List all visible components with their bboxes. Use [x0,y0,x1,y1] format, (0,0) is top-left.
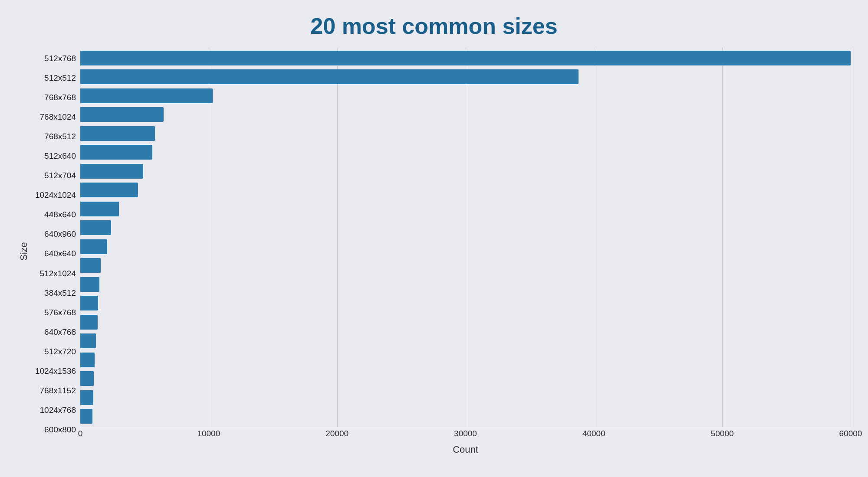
y-label: 768x1152 [33,382,80,400]
bar [80,145,152,160]
y-label: 768x768 [33,88,80,107]
bar [80,51,851,65]
bar-row [80,199,851,218]
y-label: 512x512 [33,69,80,87]
bar [80,371,94,386]
bar-row [80,49,851,67]
y-label: 512x720 [33,342,80,361]
bar-row [80,350,851,369]
bar [80,333,96,348]
bars-container [80,48,851,427]
bar-row [80,124,851,143]
x-tick-label: 60000 [839,429,862,438]
y-label: 768x1024 [33,108,80,126]
y-label: 576x768 [33,303,80,322]
bar-row [80,68,851,86]
bar-row [80,143,851,162]
grid-line [851,48,851,427]
bar-row [80,313,851,331]
bar-row [80,162,851,180]
y-label: 384x512 [33,284,80,302]
y-label: 640x960 [33,225,80,244]
bar-row [80,181,851,199]
plot-area: 0100002000030000400005000060000 Count [80,48,851,455]
bar [80,315,98,330]
bar-row [80,369,851,388]
y-label: 768x512 [33,127,80,146]
bar-row [80,256,851,275]
x-tick-label: 40000 [582,429,605,438]
bar [80,409,92,424]
bar [80,220,111,235]
bar [80,277,99,292]
y-label: 1024x1024 [33,186,80,205]
bar [80,88,213,103]
y-label: 512x704 [33,167,80,185]
bar [80,390,93,405]
x-tick-label: 0 [78,429,83,438]
bar-row [80,86,851,105]
bar [80,126,155,141]
bar [80,239,107,254]
bar-row [80,237,851,256]
bar-row [80,407,851,426]
bar-row [80,388,851,407]
x-tick-label: 30000 [454,429,477,438]
bar [80,183,138,197]
chart-title: 20 most common sizes [310,13,557,39]
x-tick-label: 10000 [197,429,220,438]
bar-row [80,219,851,237]
y-label: 600x800 [33,421,80,439]
y-label: 512x640 [33,147,80,166]
bar [80,164,143,179]
bar [80,353,95,367]
x-axis: 0100002000030000400005000060000 [80,427,851,442]
bar-row [80,105,851,124]
y-labels: 512x768512x512768x768768x1024768x512512x… [33,48,80,455]
y-label: 512x1024 [33,264,80,283]
chart-area: Size 512x768512x512768x768768x1024768x51… [17,48,851,455]
y-label: 512x768 [33,49,80,68]
bars-inner [80,48,851,427]
bar [80,107,164,122]
y-label: 640x640 [33,245,80,263]
bar [80,296,98,310]
y-axis-label: Size [17,48,30,455]
y-label: 640x768 [33,323,80,341]
bar-row [80,294,851,313]
y-label: 1024x1536 [33,362,80,381]
bar-row [80,332,851,350]
y-label: 448x640 [33,206,80,224]
bar-row [80,275,851,294]
bar [80,202,119,216]
bar [80,69,579,84]
bar [80,258,101,273]
x-tick-label: 50000 [711,429,734,438]
y-label: 1024x768 [33,401,80,420]
x-tick-label: 20000 [326,429,349,438]
x-axis-label: Count [80,444,851,455]
